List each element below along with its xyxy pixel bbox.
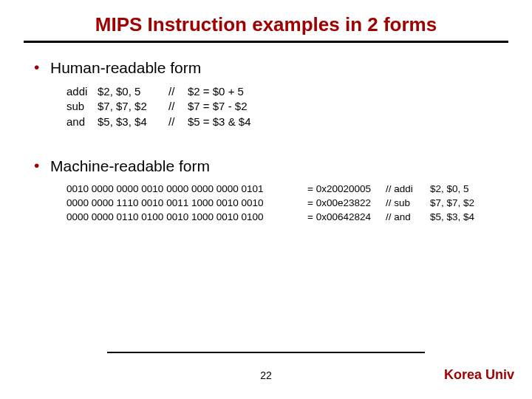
- args: $7, $7, $2: [98, 99, 168, 114]
- args: $5, $3, $4: [430, 211, 474, 225]
- code-row: 0010 0000 0000 0010 0000 0000 0000 0101 …: [66, 183, 508, 197]
- args: $2, $0, 5: [98, 84, 168, 99]
- binary: 0000 0000 1110 0010 0011 1000 0010 0010: [66, 197, 307, 211]
- code-row: sub $7, $7, $2 // $7 = $7 - $2: [66, 99, 508, 114]
- footer-org: Korea Univ: [444, 367, 514, 383]
- comment-sep: //: [168, 99, 188, 114]
- args: $2, $0, 5: [430, 183, 469, 197]
- mnemonic: // addi: [386, 183, 430, 197]
- comment: $5 = $3 & $4: [188, 115, 251, 129]
- hex: = 0x00642824: [307, 211, 386, 225]
- slide-title: MIPS Instruction examples in 2 forms: [24, 13, 508, 36]
- bullet-list: Human-readable form addi $2, $0, 5 // $2…: [24, 59, 508, 224]
- section-heading-human: Human-readable form: [34, 59, 508, 77]
- mnemonic: addi: [66, 84, 98, 99]
- mnemonic: // and: [386, 211, 430, 225]
- code-row: and $5, $3, $4 // $5 = $3 & $4: [66, 115, 508, 129]
- comment-sep: //: [168, 84, 188, 99]
- section-heading-machine: Machine-readable form: [34, 157, 508, 175]
- hex: = 0x20020005: [307, 183, 386, 197]
- title-rule: [24, 41, 508, 43]
- code-row: 0000 0000 0110 0100 0010 1000 0010 0100 …: [66, 211, 508, 225]
- binary: 0010 0000 0000 0010 0000 0000 0000 0101: [66, 183, 307, 197]
- hex: = 0x00e23822: [307, 197, 386, 211]
- code-row: addi $2, $0, 5 // $2 = $0 + 5: [66, 84, 508, 99]
- mnemonic: // sub: [386, 197, 430, 211]
- footer-rule: [107, 352, 425, 353]
- comment: $7 = $7 - $2: [188, 99, 247, 114]
- comment: $2 = $0 + 5: [188, 84, 244, 99]
- mnemonic: and: [66, 115, 98, 129]
- args: $7, $7, $2: [430, 197, 474, 211]
- args: $5, $3, $4: [98, 115, 168, 129]
- machine-readable-code: 0010 0000 0000 0010 0000 0000 0000 0101 …: [66, 183, 508, 225]
- mnemonic: sub: [66, 99, 98, 114]
- code-row: 0000 0000 1110 0010 0011 1000 0010 0010 …: [66, 197, 508, 211]
- slide: MIPS Instruction examples in 2 forms Hum…: [0, 0, 532, 399]
- page-number: 22: [260, 369, 272, 381]
- comment-sep: //: [168, 115, 188, 129]
- human-readable-code: addi $2, $0, 5 // $2 = $0 + 5 sub $7, $7…: [66, 84, 508, 129]
- binary: 0000 0000 0110 0100 0010 1000 0010 0100: [66, 211, 307, 225]
